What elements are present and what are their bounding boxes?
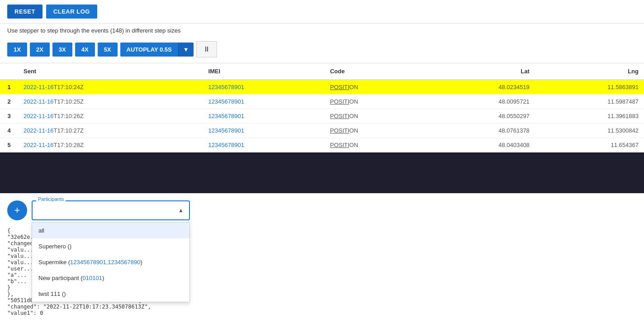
- chevron-up-icon: ▲: [178, 207, 184, 214]
- pause-button[interactable]: ⏸: [196, 41, 217, 57]
- dropdown-item[interactable]: Supermike (12345678901,1234567890): [32, 254, 189, 270]
- cell-code: POSITION: [325, 138, 426, 152]
- sent-date-link[interactable]: 2022-11-16: [24, 84, 54, 90]
- sent-date-link[interactable]: 2022-11-16: [24, 98, 54, 105]
- cell-lat: 48.0550297: [426, 109, 535, 124]
- step-5x-button[interactable]: 5X: [98, 43, 118, 57]
- col-lat: Lat: [426, 63, 535, 80]
- cell-sent: 2022-11-16T17:10:27Z: [18, 124, 203, 138]
- cell-imei: 12345678901: [203, 109, 324, 124]
- stepper-controls: 1X 2X 3X 4X 5X AUTOPLAY 0.5S ▼ ⏸: [0, 38, 644, 63]
- autoplay-dropdown-button[interactable]: ▼: [178, 43, 194, 57]
- imei-link[interactable]: 12345678901: [208, 84, 244, 90]
- col-code: Code: [325, 63, 426, 80]
- imei-link[interactable]: 12345678901: [208, 127, 244, 134]
- participants-select-box[interactable]: ▲: [32, 200, 190, 220]
- reset-button[interactable]: RESET: [7, 5, 43, 19]
- cell-num: 1: [0, 80, 18, 95]
- cell-imei: 12345678901: [203, 138, 324, 152]
- cell-lng: 11.5300842: [535, 124, 644, 138]
- cell-num: 5: [0, 138, 18, 152]
- step-2x-button[interactable]: 2X: [30, 43, 50, 57]
- dropdown-item-highlight: 010101: [83, 275, 102, 281]
- cell-num: 4: [0, 124, 18, 138]
- participants-label: Participants: [36, 196, 66, 202]
- cell-lat: 48.0761378: [426, 124, 535, 138]
- dropdown-item[interactable]: twst 111 (): [32, 286, 189, 302]
- cell-num: 2: [0, 95, 18, 109]
- dropdown-item[interactable]: all: [32, 223, 189, 238]
- cell-lng: 11.5863891: [535, 80, 644, 95]
- cell-num: 3: [0, 109, 18, 124]
- sent-date-link[interactable]: 2022-11-16: [24, 142, 54, 148]
- cell-imei: 12345678901: [203, 80, 324, 95]
- sent-date-link[interactable]: 2022-11-16: [24, 127, 54, 134]
- step-4x-button[interactable]: 4X: [75, 43, 95, 57]
- cell-code: POSITION: [325, 124, 426, 138]
- cell-lat: 48.0403408: [426, 138, 535, 152]
- col-imei: IMEI: [203, 63, 324, 80]
- cell-code: POSITION: [325, 109, 426, 124]
- cell-code: POSITION: [325, 80, 426, 95]
- cell-lng: 11.654367: [535, 138, 644, 152]
- data-table: Sent IMEI Code Lat Lng 12022-11-16T17:10…: [0, 63, 644, 152]
- cell-lng: 11.3961883: [535, 109, 644, 124]
- code-panel: [0, 152, 644, 193]
- clear-log-button[interactable]: CLEAR LOG: [46, 5, 97, 19]
- step-3x-button[interactable]: 3X: [52, 43, 72, 57]
- imei-link[interactable]: 12345678901: [208, 113, 244, 119]
- sent-date-link[interactable]: 2022-11-16: [24, 113, 54, 119]
- json-line: "changed": "2022-11-22T10:17:23.34507861…: [7, 304, 637, 310]
- dropdown-item[interactable]: New participant (010101): [32, 270, 189, 286]
- cell-imei: 12345678901: [203, 124, 324, 138]
- participants-dropdown-wrapper: Participants ▲ allSuperhero ()Supermike …: [32, 200, 190, 220]
- col-sent: Sent: [18, 63, 203, 80]
- imei-link[interactable]: 12345678901: [208, 98, 244, 105]
- table-row[interactable]: 32022-11-16T17:10:26Z12345678901POSITION…: [0, 109, 644, 124]
- imei-link[interactable]: 12345678901: [208, 142, 244, 148]
- col-num: [0, 63, 18, 80]
- autoplay-wrapper: AUTOPLAY 0.5S ▼: [120, 43, 194, 57]
- table-row[interactable]: 52022-11-16T17:10:28Z12345678901POSITION…: [0, 138, 644, 152]
- cell-sent: 2022-11-16T17:10:26Z: [18, 109, 203, 124]
- top-bar: RESET CLEAR LOG: [0, 0, 644, 24]
- cell-sent: 2022-11-16T17:10:25Z: [18, 95, 203, 109]
- autoplay-button[interactable]: AUTOPLAY 0.5S: [120, 43, 178, 57]
- step-1x-button[interactable]: 1X: [7, 43, 27, 57]
- cell-lat: 48.0234519: [426, 80, 535, 95]
- cell-sent: 2022-11-16T17:10:28Z: [18, 138, 203, 152]
- table-row[interactable]: 22022-11-16T17:10:25Z12345678901POSITION…: [0, 95, 644, 109]
- stepper-info: Use stepper to step through the events (…: [0, 24, 644, 38]
- bottom-section: + Participants ▲ allSuperhero ()Supermik…: [0, 193, 644, 228]
- fab-add-button[interactable]: +: [7, 200, 27, 220]
- dropdown-item[interactable]: Superhero (): [32, 238, 189, 254]
- cell-lng: 11.5987487: [535, 95, 644, 109]
- participants-dropdown-menu: allSuperhero ()Supermike (12345678901,12…: [32, 222, 190, 302]
- cell-sent: 2022-11-16T17:10:24Z: [18, 80, 203, 95]
- table-row[interactable]: 12022-11-16T17:10:24Z12345678901POSITION…: [0, 80, 644, 95]
- cell-lat: 48.0095721: [426, 95, 535, 109]
- json-line: "value1": 0: [7, 310, 637, 316]
- table-row[interactable]: 42022-11-16T17:10:27Z12345678901POSITION…: [0, 124, 644, 138]
- table-header-row: Sent IMEI Code Lat Lng: [0, 63, 644, 80]
- dropdown-item-highlight: 12345678901,1234567890: [70, 259, 140, 266]
- cell-imei: 12345678901: [203, 95, 324, 109]
- col-lng: Lng: [535, 63, 644, 80]
- cell-code: POSITION: [325, 95, 426, 109]
